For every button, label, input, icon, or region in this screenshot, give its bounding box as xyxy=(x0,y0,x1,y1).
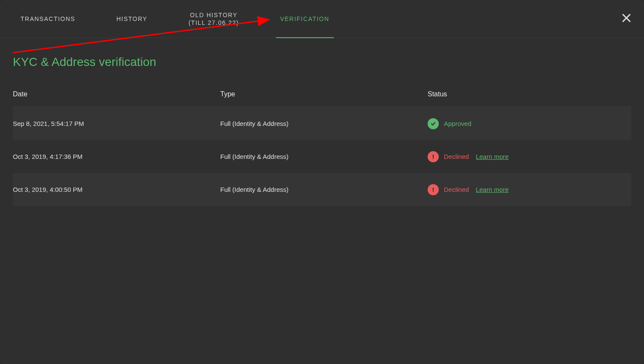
tab-bar: TRANSACTIONS HISTORY OLD HISTORY (TILL 2… xyxy=(0,0,644,38)
cell-status: Declined Learn more xyxy=(428,151,631,162)
column-header-date: Date xyxy=(13,90,220,98)
page-title: KYC & Address verification xyxy=(13,55,631,69)
column-header-status: Status xyxy=(428,90,631,98)
tab-history[interactable]: HISTORY xyxy=(96,0,168,38)
cell-type: Full (Identity & Address) xyxy=(220,186,428,193)
tab-verification[interactable]: VERIFICATION xyxy=(260,0,350,38)
tab-label: TRANSACTIONS xyxy=(21,15,75,22)
tab-label-line1: OLD HISTORY xyxy=(190,11,237,19)
tab-label-line2: (TILL 27.06.22) xyxy=(189,19,239,27)
table-row: Oct 3, 2019, 4:17:36 PM Full (Identity &… xyxy=(13,140,631,173)
svg-point-1 xyxy=(433,191,434,191)
cell-date: Sep 8, 2021, 5:54:17 PM xyxy=(13,120,220,127)
cell-status: Approved xyxy=(428,118,631,129)
learn-more-link[interactable]: Learn more xyxy=(476,186,509,193)
tab-label: VERIFICATION xyxy=(280,15,329,22)
cell-status: Declined Learn more xyxy=(428,184,631,195)
tab-label: HISTORY xyxy=(117,15,147,22)
table-row: Sep 8, 2021, 5:54:17 PM Full (Identity &… xyxy=(13,107,631,140)
status-text: Approved xyxy=(444,120,471,127)
svg-point-0 xyxy=(433,158,434,158)
close-icon xyxy=(622,13,631,23)
tab-old-history[interactable]: OLD HISTORY (TILL 27.06.22) xyxy=(168,0,260,38)
alert-circle-icon xyxy=(428,151,439,162)
column-header-type: Type xyxy=(220,90,428,98)
close-button[interactable] xyxy=(622,13,631,24)
learn-more-link[interactable]: Learn more xyxy=(476,153,509,160)
cell-date: Oct 3, 2019, 4:00:50 PM xyxy=(13,186,220,193)
cell-type: Full (Identity & Address) xyxy=(220,120,428,127)
status-text: Declined xyxy=(444,186,469,193)
alert-circle-icon xyxy=(428,184,439,195)
cell-type: Full (Identity & Address) xyxy=(220,153,428,160)
table-body: Sep 8, 2021, 5:54:17 PM Full (Identity &… xyxy=(13,107,631,206)
cell-date: Oct 3, 2019, 4:17:36 PM xyxy=(13,153,220,160)
table-header-row: Date Type Status xyxy=(13,90,631,107)
tab-transactions[interactable]: TRANSACTIONS xyxy=(0,0,96,38)
status-text: Declined xyxy=(444,153,469,160)
check-circle-icon xyxy=(428,118,439,129)
table-row: Oct 3, 2019, 4:00:50 PM Full (Identity &… xyxy=(13,173,631,206)
